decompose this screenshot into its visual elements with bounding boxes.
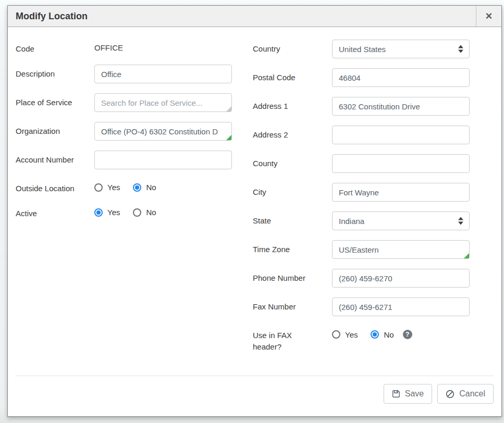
left-column: Code OFFICE Description Place of Service	[16, 40, 253, 376]
radio-option-label: No	[146, 183, 156, 192]
resize-grip-icon[interactable]	[226, 135, 231, 140]
country-select[interactable]: United States	[332, 40, 470, 58]
phone-number-input[interactable]	[332, 269, 470, 288]
country-select-value: United States	[339, 45, 386, 54]
address-2-input[interactable]	[332, 126, 470, 144]
save-button-label: Save	[405, 389, 424, 399]
radio-selected-icon	[133, 183, 141, 192]
phone-number-row: Phone Number	[253, 269, 494, 288]
state-row: State Indiana	[253, 212, 494, 230]
modify-location-dialog: Modify Location × Code OFFICE Descriptio…	[7, 5, 502, 417]
radio-selected-icon	[371, 330, 379, 339]
radio-icon	[94, 183, 103, 192]
country-label: Country	[253, 40, 332, 55]
active-no-radio[interactable]: No	[133, 208, 156, 217]
organization-input[interactable]	[94, 122, 232, 141]
description-row: Description	[16, 65, 253, 83]
organization-label: Organization	[16, 122, 94, 137]
fax-number-input[interactable]	[332, 297, 470, 316]
radio-icon	[133, 208, 141, 217]
resize-grip-icon[interactable]	[464, 253, 469, 258]
close-button[interactable]: ×	[476, 6, 501, 27]
active-radio-group: Yes No	[94, 204, 232, 217]
resize-grip-icon[interactable]	[226, 106, 231, 111]
time-zone-row: Time Zone	[253, 240, 494, 259]
dialog-footer: Save Cancel	[16, 376, 494, 416]
use-in-fax-header-label: Use in FAX header?	[253, 326, 332, 353]
description-label: Description	[16, 65, 94, 80]
radio-option-label: Yes	[345, 330, 358, 339]
use-in-fax-header-yes-radio[interactable]: Yes	[332, 330, 358, 339]
code-value: OFFICE	[94, 40, 232, 52]
active-row: Active Yes No	[16, 204, 253, 219]
radio-icon	[332, 330, 340, 339]
radio-option-label: Yes	[107, 208, 120, 217]
organization-row: Organization	[16, 122, 253, 141]
account-number-row: Account Number	[16, 151, 253, 169]
cancel-button-label: Cancel	[459, 389, 485, 399]
save-button[interactable]: Save	[384, 384, 432, 404]
dialog-title: Modify Location	[8, 6, 476, 27]
state-select[interactable]: Indiana	[332, 212, 470, 230]
help-icon[interactable]: ?	[403, 330, 412, 339]
account-number-label: Account Number	[16, 151, 94, 166]
city-label: City	[253, 183, 332, 198]
right-column: Country United States Postal Code Addres…	[253, 40, 494, 376]
state-select-value: Indiana	[339, 217, 364, 226]
use-in-fax-header-row: Use in FAX header? Yes No ?	[253, 326, 494, 353]
time-zone-input[interactable]	[332, 240, 470, 259]
city-input[interactable]	[332, 183, 470, 202]
cancel-ban-icon	[446, 390, 454, 399]
save-disk-icon	[392, 390, 400, 398]
fax-number-row: Fax Number	[253, 297, 494, 316]
phone-number-label: Phone Number	[253, 269, 332, 284]
county-label: County	[253, 154, 332, 169]
dialog-body: Code OFFICE Description Place of Service	[8, 27, 501, 376]
county-row: County	[253, 154, 494, 173]
outside-location-row: Outside Location Yes No	[16, 179, 253, 194]
radio-option-label: Yes	[107, 183, 120, 192]
postal-code-row: Postal Code	[253, 68, 494, 87]
state-label: State	[253, 212, 332, 227]
place-of-service-input[interactable]	[94, 93, 232, 112]
select-arrows-icon	[458, 217, 463, 225]
outside-location-radio-group: Yes No	[94, 179, 232, 192]
postal-code-input[interactable]	[332, 68, 470, 87]
active-label: Active	[16, 204, 94, 219]
radio-option-label: No	[146, 208, 156, 217]
close-icon: ×	[486, 10, 493, 22]
fax-number-label: Fax Number	[253, 297, 332, 313]
select-arrows-icon	[458, 45, 463, 53]
description-input[interactable]	[94, 65, 232, 83]
address-1-row: Address 1	[253, 97, 494, 116]
dialog-header: Modify Location ×	[8, 6, 501, 27]
radio-selected-icon	[94, 208, 103, 217]
place-of-service-row: Place of Service	[16, 93, 253, 112]
active-yes-radio[interactable]: Yes	[94, 208, 120, 217]
code-row: Code OFFICE	[16, 40, 253, 55]
outside-location-no-radio[interactable]: No	[133, 183, 156, 192]
country-row: Country United States	[253, 40, 494, 58]
radio-option-label: No	[384, 330, 394, 339]
city-row: City	[253, 183, 494, 202]
outside-location-yes-radio[interactable]: Yes	[94, 183, 120, 192]
account-number-input[interactable]	[94, 151, 232, 169]
address-2-label: Address 2	[253, 126, 332, 141]
time-zone-label: Time Zone	[253, 240, 332, 255]
county-input[interactable]	[332, 154, 470, 173]
outside-location-label: Outside Location	[16, 179, 94, 194]
postal-code-label: Postal Code	[253, 68, 332, 83]
code-label: Code	[16, 40, 94, 55]
address-1-label: Address 1	[253, 97, 332, 112]
use-in-fax-header-no-radio[interactable]: No	[371, 330, 394, 339]
use-in-fax-header-radio-group: Yes No ?	[332, 326, 470, 339]
address-2-row: Address 2	[253, 126, 494, 144]
address-1-input[interactable]	[332, 97, 470, 116]
place-of-service-label: Place of Service	[16, 93, 94, 108]
cancel-button[interactable]: Cancel	[437, 384, 494, 404]
